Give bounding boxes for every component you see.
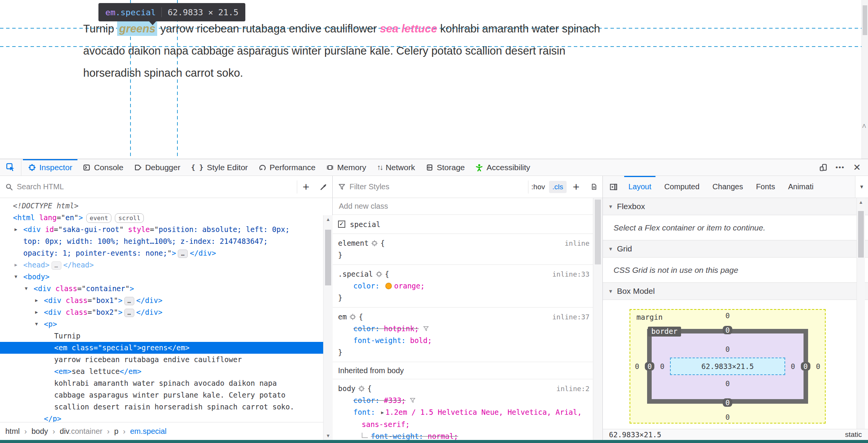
declaration[interactable]: font: ▶1.2em / 1.5 Helvetica Neue, Helve… [338, 406, 587, 419]
close-devtools-button[interactable]: ✕ [849, 159, 865, 176]
page-scrollbar-thumb[interactable] [863, 5, 867, 35]
scroll-up-icon[interactable]: ▲ [857, 200, 865, 205]
tree-row[interactable]: ▼<p> [0, 318, 332, 330]
declaration-overridden[interactable]: color: hotpink; [338, 323, 587, 335]
rule-source-link[interactable]: inline [565, 237, 589, 249]
all-tabs-menu-button[interactable]: ▼ [855, 176, 868, 198]
declaration[interactable]: font-weight: bold; [338, 335, 587, 346]
class-checkbox[interactable] [338, 221, 345, 228]
margin-top-value[interactable]: 0 [725, 311, 730, 320]
border-right-value[interactable]: 0 [801, 362, 810, 371]
box-model-content[interactable]: 62.9833×21.5 [670, 358, 785, 375]
meatball-menu-button[interactable]: ••• [832, 159, 848, 176]
tab-animations[interactable]: Animati [781, 176, 820, 198]
responsive-design-button[interactable] [815, 159, 831, 176]
margin-bottom-value[interactable]: 0 [725, 413, 730, 421]
breadcrumb-item[interactable]: html [5, 427, 20, 436]
highlight-selector-icon[interactable] [358, 385, 365, 392]
print-simulation-button[interactable] [585, 176, 602, 198]
tree-row[interactable]: Turnip [0, 330, 332, 342]
section-collapse-icon[interactable]: ▼ [608, 288, 613, 294]
tab-debugger[interactable]: Debugger [129, 159, 185, 176]
eyedropper-button[interactable] [315, 176, 332, 198]
margin-right-value[interactable]: 0 [816, 362, 820, 371]
tree-row[interactable]: ▼<body> [0, 271, 332, 283]
split-sidebar-button[interactable] [605, 176, 622, 198]
expand-icon[interactable]: ▶ [14, 224, 17, 235]
section-grid-header[interactable]: ▼ Grid [603, 240, 868, 258]
tree-row[interactable]: <em class="special">greens</em> [0, 342, 332, 354]
highlight-selector-icon[interactable] [349, 314, 356, 320]
tab-fonts[interactable]: Fonts [749, 176, 781, 198]
search-input[interactable]: Search HTML [17, 182, 297, 191]
scroll-up-icon[interactable]: ᐱ [862, 123, 866, 129]
tab-accessibility[interactable]: Accessibility [470, 159, 535, 176]
rule-source-link[interactable]: inline:33 [552, 268, 589, 280]
margin-left-value[interactable]: 0 [635, 362, 639, 371]
breadcrumb-item[interactable]: p [114, 427, 118, 436]
declaration[interactable]: color: orange; [338, 280, 587, 292]
rules-scrollbar-thumb[interactable] [595, 200, 601, 264]
add-rule-button[interactable]: + [567, 176, 585, 198]
tree-row[interactable]: ▼<div class="container"> [0, 283, 332, 295]
expand-icon[interactable]: ▶ [14, 259, 17, 271]
markup-scrollbar[interactable]: ▲ ▼ [323, 215, 333, 440]
tab-inspector[interactable]: Inspector [23, 159, 77, 176]
add-new-class-input[interactable]: Add new class [333, 198, 602, 215]
tab-style-editor[interactable]: { } Style Editor [186, 159, 253, 176]
breadcrumb-item[interactable]: div.container [60, 427, 103, 436]
tree-row[interactable]: </p> [0, 413, 332, 422]
tree-row[interactable]: yarrow ricebean rutabaga endive cauliflo… [0, 354, 332, 366]
rule-source-link[interactable]: inline:2 [556, 383, 589, 395]
highlight-selector-icon[interactable] [371, 240, 378, 246]
tab-network[interactable]: ↑↓ Network [372, 159, 420, 176]
tab-console[interactable]: Console [77, 159, 129, 176]
pseudo-class-button[interactable]: :hov [528, 181, 548, 193]
markup-scrollbar-thumb[interactable] [325, 230, 331, 285]
declaration-computed-child[interactable]: font-weight: normal; [338, 430, 587, 440]
filter-icon[interactable] [409, 397, 416, 404]
declaration-overridden[interactable]: color: #333; [338, 395, 587, 406]
filter-styles-input[interactable]: Filter Styles [349, 182, 528, 191]
highlight-selector-icon[interactable] [376, 271, 382, 277]
node-picker-button[interactable] [0, 159, 21, 176]
tab-memory[interactable]: Memory [321, 159, 372, 176]
tree-row[interactable]: ▶<head>…</head> [0, 259, 332, 271]
scroll-down-icon[interactable]: ▼ [324, 433, 333, 438]
tab-changes[interactable]: Changes [706, 176, 749, 198]
filter-icon[interactable] [423, 325, 429, 332]
section-box-model-header[interactable]: ▼ Box Model [603, 283, 868, 300]
breadcrumb-item[interactable]: body [31, 427, 48, 436]
border-top-value[interactable]: 0 [723, 326, 732, 334]
tree-row[interactable]: <html lang="en">eventscroll [0, 212, 332, 224]
rule-source-link[interactable]: inline:37 [552, 311, 589, 323]
expand-shorthand-icon[interactable]: ▶ [381, 410, 384, 415]
rule-em[interactable]: inline:37 em{ color: hotpink; font-weigh… [333, 308, 602, 362]
expand-icon[interactable]: ▶ [35, 306, 38, 318]
tab-storage[interactable]: Storage [420, 159, 470, 176]
tree-row[interactable]: ▶<div class="box2">…</div> [0, 306, 332, 318]
padding-right-value[interactable]: 0 [791, 362, 795, 371]
tree-row[interactable]: ▶<div id="saka-gui-root" style="position… [0, 224, 332, 259]
tree-row[interactable]: kohlrabi amaranth water spinach avocado … [0, 377, 332, 413]
border-bottom-value[interactable]: 0 [723, 398, 732, 407]
tree-row[interactable]: <em>sea lettuce</em> [0, 366, 332, 377]
section-collapse-icon[interactable]: ▼ [608, 246, 613, 252]
tab-layout[interactable]: Layout [622, 176, 658, 198]
border-left-value[interactable]: 0 [645, 362, 654, 371]
tab-performance[interactable]: Performance [253, 159, 321, 176]
scroll-up-icon[interactable]: ▲ [324, 217, 333, 222]
tree-row[interactable]: ▶<div class="box1">…</div> [0, 295, 332, 306]
rule-element[interactable]: inline element{ } [333, 234, 602, 265]
section-flexbox-header[interactable]: ▼ Flexbox [603, 198, 868, 215]
color-swatch[interactable] [385, 283, 392, 289]
rule-body[interactable]: inline:2 body{ color: #333; font: ▶1.2em… [333, 379, 602, 440]
box-model-diagram[interactable]: margin border padding 62.9833×21.5 0 0 0… [630, 309, 826, 424]
class-panel-button[interactable]: .cls [549, 181, 567, 193]
padding-top-value[interactable]: 0 [725, 345, 730, 353]
padding-bottom-value[interactable]: 0 [725, 379, 730, 388]
layout-scrollbar[interactable]: ▲ [857, 198, 865, 429]
tree-row[interactable]: <!DOCTYPE html> [0, 200, 332, 212]
page-scrollbar[interactable]: ᐱ [862, 0, 868, 159]
rule-special[interactable]: inline:33 .special{ color: orange; } [333, 265, 602, 308]
